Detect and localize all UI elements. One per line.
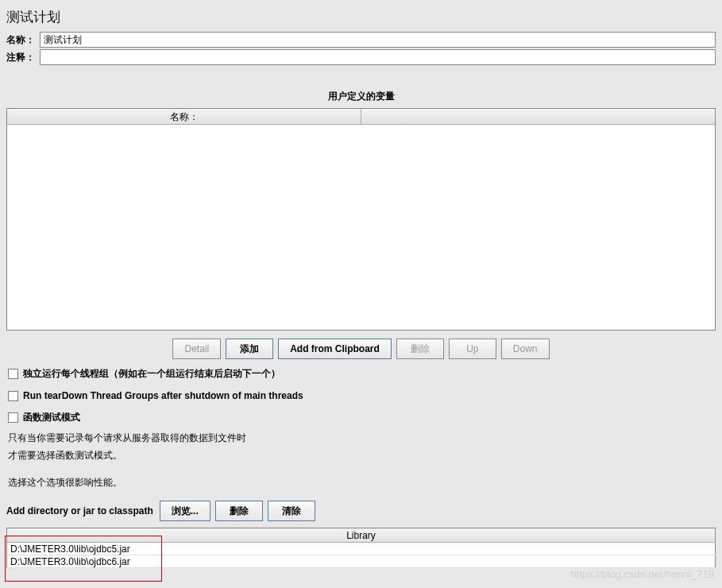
clear-button[interactable]: 清除 <box>268 501 315 521</box>
name-input[interactable] <box>40 32 716 48</box>
down-button[interactable]: Down <box>501 338 550 359</box>
teardown-row: Run tearDown Thread Groups after shutdow… <box>0 385 722 406</box>
delete-button[interactable]: 删除 <box>396 338 444 359</box>
teardown-label: Run tearDown Thread Groups after shutdow… <box>23 390 303 401</box>
hint-line3: 选择这个选项很影响性能。 <box>0 464 722 491</box>
user-vars-table: 名称： <box>6 108 716 331</box>
table-header-row: 名称： <box>7 109 715 125</box>
page-title: 测试计划 <box>0 0 722 31</box>
functional-mode-label: 函数测试模式 <box>23 411 80 424</box>
functional-mode-row: 函数测试模式 <box>0 406 722 429</box>
classpath-delete-button[interactable]: 删除 <box>215 501 263 521</box>
col-value-header[interactable] <box>361 109 715 124</box>
detail-button[interactable]: Detail <box>172 338 221 359</box>
independent-threads-label: 独立运行每个线程组（例如在一个组运行结束后启动下一个） <box>23 367 280 381</box>
up-button[interactable]: Up <box>449 338 496 359</box>
library-row[interactable]: D:\JMETER3.0\lib\ojdbc6.jar <box>7 555 716 568</box>
classpath-buttons: 浏览... 删除 清除 <box>160 501 315 521</box>
user-vars-title: 用户定义的变量 <box>0 66 722 108</box>
vars-button-row: Detail 添加 Add from Clipboard 删除 Up Down <box>0 331 722 362</box>
add-clipboard-button[interactable]: Add from Clipboard <box>278 338 392 359</box>
independent-threads-checkbox[interactable] <box>8 369 18 379</box>
library-row[interactable]: D:\JMETER3.0\lib\ojdbc5.jar <box>7 543 716 555</box>
comment-label: 注释： <box>6 51 40 64</box>
col-name-header[interactable]: 名称： <box>7 109 361 124</box>
classpath-row: Add directory or jar to classpath 浏览... … <box>0 491 722 526</box>
comment-input[interactable] <box>40 49 716 65</box>
browse-button[interactable]: 浏览... <box>160 501 210 521</box>
add-button[interactable]: 添加 <box>226 338 273 359</box>
functional-mode-checkbox[interactable] <box>8 412 18 423</box>
teardown-checkbox[interactable] <box>8 391 18 401</box>
name-row: 名称： <box>0 31 722 48</box>
independent-threads-row: 独立运行每个线程组（例如在一个组运行结束后启动下一个） <box>0 362 722 385</box>
classpath-label: Add directory or jar to classpath <box>6 505 153 516</box>
hint-line1: 只有当你需要记录每个请求从服务器取得的数据到文件时 <box>0 429 722 447</box>
comment-row: 注释： <box>0 48 722 66</box>
watermark: https://blog.csdn.net/henni_719 <box>570 568 714 580</box>
hint-line2: 才需要选择函数测试模式。 <box>0 447 722 464</box>
name-label: 名称： <box>6 33 40 47</box>
library-table: Library D:\JMETER3.0\lib\ojdbc5.jar D:\J… <box>6 528 716 568</box>
library-header[interactable]: Library <box>7 528 716 543</box>
